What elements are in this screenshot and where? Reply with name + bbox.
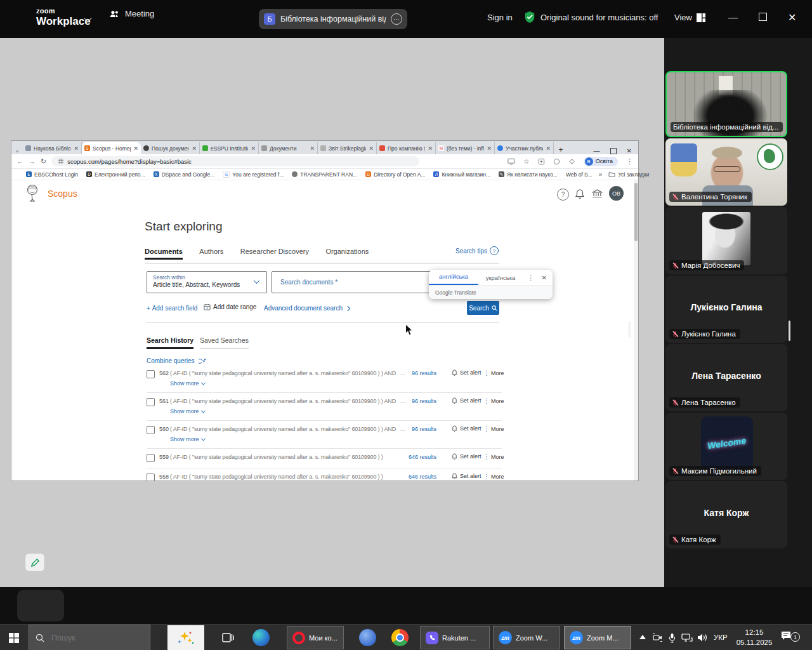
row-checkbox[interactable] xyxy=(147,398,155,406)
results-link[interactable]: 646 results xyxy=(394,454,436,460)
url-field[interactable]: scopus.com/pages/home?display=basic#basi… xyxy=(51,156,419,166)
help-icon[interactable]: ? xyxy=(557,189,569,201)
taskbar-app-viber[interactable]: Rakuten ... xyxy=(420,626,490,649)
browser-profile-chip[interactable]: В Освіта xyxy=(584,157,618,166)
browser-tab[interactable]: Наукова Бібліотека✕ xyxy=(23,142,82,154)
forward-icon[interactable]: → xyxy=(29,157,36,165)
browser-tab[interactable]: Пошук документів✕ xyxy=(141,142,200,154)
minimize-button[interactable]: — xyxy=(728,11,738,22)
row-more-button[interactable]: ⋮More xyxy=(483,397,504,404)
bookmark-item-partial[interactable]: Web of S... xyxy=(566,171,593,178)
extension-icon[interactable] xyxy=(553,158,560,165)
chrome-icon[interactable] xyxy=(391,629,409,646)
extension-icon[interactable] xyxy=(538,158,545,165)
browser-tab-active[interactable]: SScopus - Homepage✕ xyxy=(82,142,141,154)
participant-tile-avatar[interactable]: Welcome Максим Підмогильний xyxy=(665,413,787,480)
tab-close-icon[interactable]: ✕ xyxy=(192,145,197,152)
translate-lang-english[interactable]: англійська xyxy=(429,270,478,285)
browser-close-button[interactable]: ✕ xyxy=(627,147,632,154)
tab-close-icon[interactable]: ✕ xyxy=(546,145,551,152)
tab-close-icon[interactable]: ✕ xyxy=(487,145,492,152)
participant-tile-name[interactable]: Катя Корж Катя Корж xyxy=(665,481,787,548)
view-button[interactable]: View xyxy=(674,13,692,22)
results-link[interactable]: 96 results xyxy=(394,370,436,376)
bookmark-item[interactable]: DЕлектронний репо... xyxy=(86,171,145,178)
results-link[interactable]: 96 results xyxy=(394,426,436,432)
show-more-link[interactable]: Show more xyxy=(170,408,205,415)
tab-saved-searches[interactable]: Saved Searches xyxy=(200,336,249,349)
page-scrollbar[interactable] xyxy=(634,180,638,481)
tray-language[interactable]: УКР xyxy=(714,633,728,641)
tray-mic-icon[interactable] xyxy=(668,633,676,643)
tab-authors[interactable]: Authors xyxy=(199,248,223,255)
combine-queries-link[interactable]: Combine queries xyxy=(147,357,206,364)
search-within-dropdown[interactable]: Search within Article title, Abstract, K… xyxy=(147,271,267,293)
taskbar-app-opera[interactable]: Мои ко... xyxy=(287,626,344,649)
set-alert-button[interactable]: Set alert xyxy=(452,425,481,432)
set-alert-button[interactable]: Set alert xyxy=(452,397,481,404)
participant-tile-video[interactable]: Бібліотека інформаційний від... xyxy=(665,71,787,137)
tab-search-history[interactable]: Search History xyxy=(147,336,193,349)
tab-close-icon[interactable]: ✕ xyxy=(369,145,374,152)
search-button[interactable]: Search xyxy=(467,301,499,315)
tray-network-icon[interactable] xyxy=(681,633,693,642)
taskbar-app-zoom-workplace[interactable]: zm Zoom W... xyxy=(493,626,560,649)
set-alert-button[interactable]: Set alert xyxy=(452,473,481,479)
browser-restore-button[interactable] xyxy=(610,148,617,154)
bookmark-item[interactable]: XDSpace and Google... xyxy=(154,171,215,178)
translate-close-icon[interactable]: ✕ xyxy=(542,274,547,281)
start-button-icon[interactable] xyxy=(9,633,19,643)
bookmark-star-icon[interactable]: ☆ xyxy=(523,157,530,166)
annotate-button[interactable] xyxy=(25,553,45,572)
alerts-bell-icon[interactable] xyxy=(575,189,585,199)
panel-resize-handle[interactable] xyxy=(628,321,631,338)
new-tab-button[interactable]: + xyxy=(554,145,568,154)
copilot-taskbar-button[interactable] xyxy=(167,625,204,650)
browser-tab[interactable]: eSSPU Institutional R✕ xyxy=(200,142,259,154)
bookmark-item[interactable]: ЛКнижный магазин... xyxy=(433,171,490,178)
row-checkbox[interactable] xyxy=(147,474,155,481)
tray-expand-icon[interactable] xyxy=(639,635,646,639)
add-date-range-link[interactable]: Add date range xyxy=(204,303,256,310)
bookmark-item[interactable]: TRANSPARENT RAN... xyxy=(292,171,357,178)
sign-in-link[interactable]: Sign in xyxy=(487,13,513,22)
search-tips-link[interactable]: Search tips ? xyxy=(455,246,499,255)
shared-screen-title-pill[interactable]: Б Бібліотека інформаційний відді ⋯ xyxy=(259,9,407,29)
back-icon[interactable]: ← xyxy=(16,157,23,165)
browser-menu-icon[interactable]: ⋮ xyxy=(626,157,633,166)
add-search-field-link[interactable]: + Add search field xyxy=(147,305,197,312)
tab-close-icon[interactable]: ✕ xyxy=(310,145,315,152)
taskbar-app-zoom-meeting-active[interactable]: zm Zoom M... xyxy=(564,626,631,649)
row-more-button[interactable]: ⋮More xyxy=(483,473,504,480)
bookmark-item[interactable]: DDirectory of Open A... xyxy=(365,171,425,178)
bookmark-item[interactable]: EEBSCOhost Login xyxy=(26,171,78,178)
participant-tile-video[interactable]: Валентина Торяник xyxy=(665,138,787,206)
browser-tab[interactable]: Звіт Strikeplagiarism✕ xyxy=(318,142,377,154)
shared-screen-menu-icon[interactable]: ⋯ xyxy=(391,13,402,25)
row-more-button[interactable]: ⋮More xyxy=(483,369,504,376)
app-icon-blue[interactable] xyxy=(359,629,376,646)
tray-volume-icon[interactable] xyxy=(697,633,708,642)
participants-scrollbar[interactable] xyxy=(789,321,790,341)
bookmark-item[interactable]: ✎Як написати науко... xyxy=(499,171,558,178)
tray-clock[interactable]: 12:15 05.11.2025 xyxy=(736,627,773,647)
security-shield-icon[interactable] xyxy=(524,11,535,23)
tab-close-icon[interactable]: ✕ xyxy=(133,145,138,152)
advanced-search-link[interactable]: Advanced document search xyxy=(264,305,350,312)
refresh-icon[interactable]: ↻ xyxy=(41,157,46,166)
results-link[interactable]: 96 results xyxy=(394,398,436,404)
bookmark-item[interactable]: GYou are registered f... xyxy=(223,171,284,178)
bookmarks-overflow-icon[interactable]: » xyxy=(599,171,603,178)
extension-icon[interactable] xyxy=(568,158,575,165)
participant-tile-name[interactable]: Лена Тарасенко Лена Тарасенко xyxy=(665,344,787,411)
tab-meeting[interactable]: Meeting xyxy=(109,9,154,18)
set-alert-button[interactable]: Set alert xyxy=(452,453,481,460)
all-bookmarks-button[interactable]: Усі закладки xyxy=(608,171,649,178)
translate-menu-icon[interactable]: ⋮ xyxy=(528,274,534,281)
participant-tile-name[interactable]: Лукієнко Галина Лукієнко Галина xyxy=(665,275,787,343)
browser-minimize-button[interactable]: — xyxy=(594,147,600,154)
show-more-link[interactable]: Show more xyxy=(170,380,205,387)
original-sound-status[interactable]: Original sound for musicians: off xyxy=(540,13,658,22)
tab-search-chevron-icon[interactable]: ˅ xyxy=(11,149,23,154)
task-view-icon[interactable] xyxy=(222,632,234,644)
